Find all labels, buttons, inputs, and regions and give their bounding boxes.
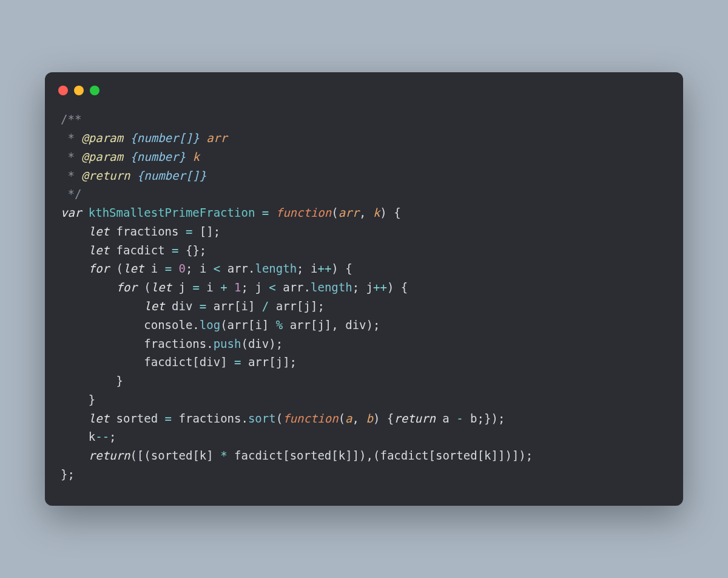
code-token: console — [144, 318, 192, 332]
code-token: ] — [352, 449, 359, 462]
code-token: ; — [477, 412, 484, 425]
code-token: arr — [228, 318, 248, 332]
code-token: fractions — [61, 337, 206, 350]
code-token: div — [248, 337, 269, 350]
code-token: = — [186, 225, 192, 238]
code-token: ] — [512, 449, 519, 462]
code-token: . — [248, 262, 255, 275]
code-line: let facdict = {}; — [61, 241, 667, 260]
code-token — [61, 225, 89, 238]
code-token: i — [255, 318, 261, 332]
code-token: ] — [311, 299, 317, 313]
code-line: let sorted = fractions.sort(function(a, … — [61, 409, 667, 428]
code-token: ] — [498, 449, 505, 462]
code-token: i — [241, 299, 248, 313]
code-token: let — [123, 262, 144, 275]
code-line: * @param {number[]} arr — [61, 129, 667, 148]
code-token — [61, 262, 89, 275]
code-token: ; — [290, 355, 297, 369]
code-token: ( — [144, 280, 150, 294]
code-token: log — [200, 318, 220, 332]
code-token: . — [192, 318, 199, 332]
code-token: let — [89, 243, 109, 257]
code-token: ) — [331, 262, 338, 275]
code-token: @return — [81, 169, 130, 182]
code-token: facdict — [228, 449, 283, 462]
code-token: < — [214, 262, 220, 275]
code-token: [ — [311, 318, 317, 332]
code-token: ] — [220, 355, 227, 369]
code-token: i — [200, 262, 214, 275]
code-token — [186, 150, 192, 163]
code-token: [ — [477, 449, 484, 462]
code-token: 1 — [234, 280, 241, 294]
code-token: -- — [95, 430, 109, 443]
code-token: facdict — [109, 243, 172, 257]
code-token: fractions — [172, 412, 241, 425]
code-line: facdict[div] = arr[j]; — [61, 353, 667, 372]
code-token: let — [89, 412, 109, 425]
code-token: } — [89, 393, 95, 406]
code-token: ; — [241, 280, 255, 294]
code-line: return([(sorted[k] * facdict[sorted[k]])… — [61, 446, 667, 465]
code-token: ] — [345, 449, 352, 462]
code-window: /** * @param {number[]} arr * @param {nu… — [45, 72, 683, 505]
code-token: = — [234, 355, 241, 369]
code-token — [130, 169, 136, 182]
code-token: ( — [144, 449, 150, 462]
code-token: div — [200, 355, 220, 369]
code-token: sort — [248, 412, 276, 425]
code-token — [214, 449, 220, 462]
code-token: [ — [283, 449, 289, 462]
code-token: ) — [366, 318, 373, 332]
code-token — [179, 243, 186, 257]
code-token: , — [359, 206, 373, 219]
code-token: ; — [186, 262, 200, 275]
code-line: for (let i = 0; i < arr.length; i++) { — [61, 259, 667, 278]
code-token: ) — [387, 280, 394, 294]
code-token: 0 — [179, 262, 186, 275]
code-token: for — [116, 280, 137, 294]
code-token: fractions — [109, 225, 186, 238]
code-token: @param — [81, 150, 123, 163]
code-token: ; — [498, 412, 505, 425]
code-token — [200, 131, 206, 144]
code-token: = — [200, 299, 206, 313]
code-token: [ — [297, 299, 303, 313]
code-token: ) — [380, 206, 386, 219]
code-token — [192, 225, 199, 238]
code-token: i — [200, 280, 220, 294]
code-token: let — [89, 225, 109, 238]
code-line: let div = arr[i] / arr[j]; — [61, 297, 667, 316]
code-token: ] — [491, 449, 498, 462]
code-token — [61, 412, 89, 425]
code-token: ; — [200, 243, 206, 257]
code-token: arr — [206, 131, 227, 144]
code-token — [61, 299, 144, 313]
code-token: [ — [429, 449, 436, 462]
code-token: */ — [61, 187, 81, 200]
code-token: k — [339, 449, 345, 462]
code-token: , — [366, 449, 373, 462]
code-token: j — [255, 280, 269, 294]
code-token: b — [463, 412, 477, 425]
code-token: ; — [214, 225, 220, 238]
code-token: ] — [248, 299, 255, 313]
code-token: = — [165, 412, 172, 425]
code-token: arr — [241, 355, 269, 369]
code-token: k — [61, 430, 95, 443]
code-token: let — [151, 280, 172, 294]
code-token: var — [61, 206, 81, 219]
code-token: { — [345, 262, 352, 275]
code-token: facdict — [61, 355, 192, 369]
code-token: . — [241, 412, 248, 425]
code-token: {} — [186, 243, 200, 257]
code-token: for — [89, 262, 109, 275]
close-icon[interactable] — [58, 86, 68, 95]
code-editor[interactable]: /** * @param {number[]} arr * @param {nu… — [45, 104, 683, 488]
minimize-icon[interactable] — [74, 86, 84, 95]
code-token — [269, 206, 275, 219]
maximize-icon[interactable] — [90, 86, 99, 95]
code-token — [109, 262, 116, 275]
code-line: } — [61, 390, 667, 409]
